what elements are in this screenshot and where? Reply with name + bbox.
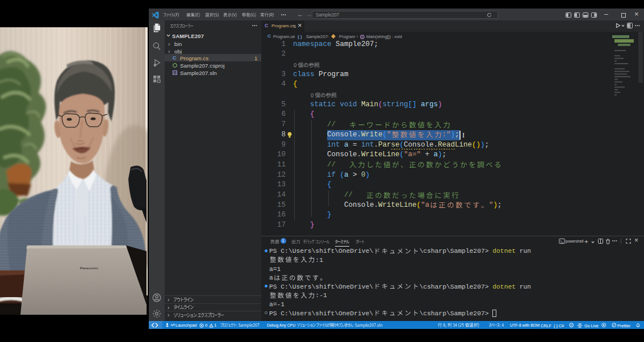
svg-text:Panasonic: Panasonic: [80, 266, 99, 270]
